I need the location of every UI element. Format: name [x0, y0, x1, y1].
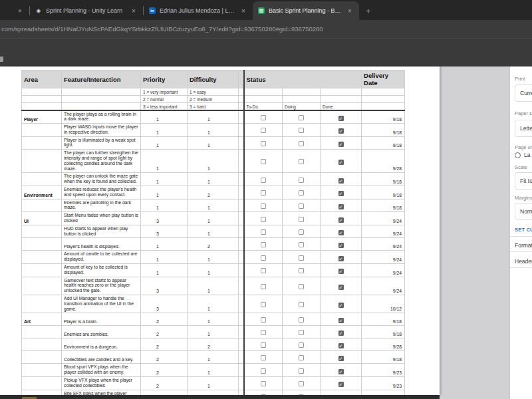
- done-checkbox: ✓: [338, 142, 344, 147]
- tab-partial[interactable]: ×: [0, 1, 29, 20]
- tab-unity-learn[interactable]: ◈ Sprint Planning - Unity Learn ×: [30, 1, 143, 20]
- done-checkbox-cell: ✓: [321, 390, 362, 395]
- print-select[interactable]: Curren: [515, 84, 532, 102]
- horizontal-scrollbar[interactable]: [0, 395, 440, 399]
- margins-label: Margins: [515, 195, 532, 201]
- print-settings-header: [0, 38, 532, 66]
- doing-checkbox: [299, 268, 304, 273]
- status-label-done: Done: [321, 103, 362, 110]
- done-checkbox-cell: ✓: [321, 225, 362, 238]
- delivery-date-cell: 9/23: [362, 364, 405, 377]
- done-checkbox-cell: ✓: [321, 377, 362, 390]
- cell: [22, 103, 62, 110]
- difficulty-cell: 1: [188, 277, 239, 295]
- priority-cell: 1: [141, 199, 188, 212]
- table-row: Enemies are zombies.21✓9/18: [22, 326, 405, 338]
- doing-checkbox: [299, 128, 304, 133]
- todo-checkbox: [261, 342, 266, 348]
- new-tab-button[interactable]: +: [366, 6, 371, 16]
- todo-checkbox: [261, 268, 266, 273]
- todo-checkbox-cell: [244, 326, 283, 338]
- done-checkbox: ✓: [338, 343, 344, 348]
- doing-checkbox: [299, 229, 304, 235]
- cell: [62, 103, 141, 110]
- cell: [62, 88, 141, 96]
- spacer-cell: [239, 70, 244, 88]
- margins-select[interactable]: Norma: [515, 203, 532, 220]
- close-icon[interactable]: ×: [239, 7, 247, 15]
- delivery-date-cell: 9/18: [362, 351, 405, 364]
- doing-checkbox-cell: [283, 251, 321, 264]
- todo-checkbox-cell: [244, 150, 283, 173]
- doing-checkbox: [299, 141, 304, 146]
- feature-cell: Enemies are patrolling in the dark maze.: [62, 199, 141, 212]
- delivery-date-cell: 9/18: [362, 186, 405, 200]
- table-row: HUD starts to appear when play button is…: [22, 225, 405, 238]
- todo-checkbox-cell: [244, 238, 283, 251]
- done-checkbox: ✓: [338, 285, 344, 290]
- paper-size-select[interactable]: Letter: [515, 120, 532, 137]
- doing-checkbox: [299, 190, 304, 196]
- scale-select[interactable]: Fit to w: [515, 172, 532, 190]
- done-checkbox: ✓: [338, 217, 344, 223]
- done-checkbox-cell: ✓: [321, 251, 362, 264]
- done-checkbox-cell: ✓: [321, 264, 362, 277]
- tab-sprint-planning-active[interactable]: ▦ Basic Sprint Planning - Brain-O ×: [253, 1, 359, 20]
- landscape-radio-row[interactable]: La: [515, 152, 530, 158]
- table-row: EnvironmentEnemies reduces the player's …: [22, 186, 405, 200]
- doing-checkbox-cell: [283, 326, 321, 338]
- priority-legend: 3 = less important: [141, 103, 188, 110]
- close-icon[interactable]: ×: [346, 7, 354, 15]
- priority-cell: 1: [141, 186, 188, 200]
- todo-checkbox-cell: [244, 136, 283, 150]
- spacer-cell: [239, 377, 244, 390]
- delivery-date-cell: 9/28: [362, 338, 405, 351]
- doing-checkbox: [299, 368, 304, 374]
- delivery-date-cell: 9/18: [362, 326, 405, 338]
- feature-cell: Start Menu fades when play button is cli…: [62, 212, 141, 225]
- cell: [283, 88, 321, 96]
- feature-cell: The player plays as a rolling brain in a…: [62, 110, 141, 124]
- todo-checkbox-cell: [244, 313, 283, 326]
- divider: [510, 251, 532, 252]
- doing-checkbox-cell: [283, 199, 321, 212]
- tab-linkedin[interactable]: in Edrian Julius Mendoza | LinkedI ×: [144, 1, 253, 20]
- formatting-section[interactable]: Formatti: [515, 242, 532, 249]
- todo-checkbox: [261, 381, 266, 386]
- set-custom-page-breaks-link[interactable]: SET CUS: [515, 227, 532, 233]
- doing-checkbox-cell: [283, 364, 321, 377]
- table-row: Environment is a dungeon.22✓9/28: [22, 338, 405, 351]
- done-checkbox-cell: ✓: [321, 173, 362, 186]
- feature-cell: Environment is a dungeon.: [62, 338, 141, 351]
- headers-section[interactable]: Headers: [515, 258, 532, 265]
- doing-checkbox-cell: [283, 238, 321, 251]
- doing-checkbox-cell: [283, 212, 321, 225]
- col-header-priority: Priority: [141, 70, 188, 88]
- done-checkbox: ✓: [338, 243, 344, 248]
- radio-icon[interactable]: [515, 152, 521, 158]
- delivery-date-cell: 9/18: [362, 173, 405, 186]
- delivery-date-cell: 10/12: [362, 295, 405, 313]
- done-checkbox: ✓: [338, 318, 344, 323]
- priority-cell: 2: [141, 377, 188, 390]
- difficulty-cell: 1: [188, 364, 239, 377]
- todo-checkbox: [261, 302, 266, 307]
- doing-checkbox-cell: [283, 338, 321, 351]
- close-icon[interactable]: ×: [16, 7, 24, 15]
- doing-checkbox-cell: [283, 295, 321, 313]
- url-bar[interactable]: com/spreadsheets/d/1HNafJYuNScPAEdGkqYSr…: [0, 20, 532, 38]
- table-row: ArtPlayer is a brain.21✓9/18: [22, 313, 405, 326]
- header-row: Area Feature/Interaction Priority Diffic…: [22, 70, 405, 88]
- close-icon[interactable]: ×: [130, 7, 138, 15]
- area-cell: [22, 351, 62, 364]
- feature-cell: Amount of candle to be collected are dis…: [62, 251, 141, 264]
- difficulty-cell: 1: [188, 110, 239, 124]
- doing-checkbox: [299, 159, 304, 164]
- difficulty-cell: 1: [188, 313, 239, 326]
- delivery-date-cell: 9/18: [362, 313, 405, 326]
- delivery-date-cell: 9/19: [362, 390, 405, 395]
- spacer-cell: [239, 338, 244, 351]
- spacer-cell: [239, 173, 244, 186]
- status-label-doing: Doing: [283, 103, 321, 110]
- spacer-cell: [239, 212, 244, 225]
